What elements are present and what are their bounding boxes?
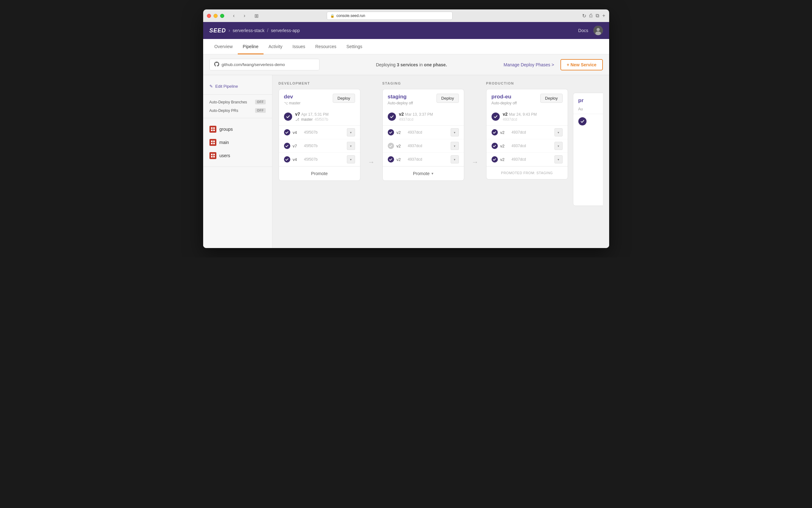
env-card-production: prod-eu Auto-deploy off Deploy <box>486 89 568 179</box>
svg-point-2 <box>595 32 601 35</box>
env-card-staging: staging Auto-deploy off Deploy <box>382 89 464 181</box>
breadcrumb-sep-1: › <box>229 28 230 33</box>
svc-hash-staging-0: 4937dcd <box>408 130 448 134</box>
svc-hash-prod-0: 4937dcd <box>512 130 552 134</box>
breadcrumb-org[interactable]: serverless-stack <box>233 28 265 33</box>
build-check-dev <box>284 113 292 121</box>
breadcrumb-repo[interactable]: serverless-app <box>271 28 300 33</box>
stage-partial-container: pr Au <box>573 81 603 242</box>
stage-development-header: DEVELOPMENT <box>279 81 360 85</box>
svc-check-staging-2 <box>388 156 394 163</box>
svc-dropdown-staging-1[interactable]: ▾ <box>451 142 459 150</box>
arrow-staging-production: → <box>469 81 481 242</box>
svc-hash-dev-2: 45f507b <box>304 157 344 162</box>
service-label-users: users <box>219 153 230 158</box>
add-tab-button[interactable]: + <box>602 13 605 18</box>
svc-dropdown-prod-2[interactable]: ▾ <box>555 155 563 164</box>
svc-row-dev-2: v4 45f507b ▾ <box>279 153 360 166</box>
docs-link[interactable]: Docs <box>578 28 588 33</box>
svc-hash-dev-1: 45f507b <box>304 144 344 148</box>
svc-row-prod-1: v2 4937dcd ▾ <box>487 139 568 153</box>
tab-overview[interactable]: Overview <box>209 39 238 54</box>
env-dev-name[interactable]: dev <box>284 94 301 100</box>
lock-icon: 🔒 <box>330 14 335 18</box>
svc-row-prod-0: v2 4937dcd ▾ <box>487 126 568 139</box>
env-production-name[interactable]: prod-eu <box>492 94 517 100</box>
share-button[interactable]: ⎙ <box>590 13 593 18</box>
svc-dropdown-dev-2[interactable]: ▾ <box>347 155 355 164</box>
env-staging-name[interactable]: staging <box>388 94 413 100</box>
tab-nav: Overview Pipeline Activity Issues Resour… <box>203 39 609 54</box>
svc-dropdown-prod-1[interactable]: ▾ <box>555 142 563 150</box>
repo-url: github.com/fwang/serverless-demo <box>222 62 285 67</box>
browser-titlebar: ‹ › ⊞ 🔒 console.seed.run ↻ ⎙ ⧉ + <box>203 9 609 22</box>
svc-version-staging-1: v2 <box>397 144 405 149</box>
sidebar: ✎ Edit Pipeline Auto-Deploy Branches OFF… <box>203 75 272 248</box>
deploy-phase: one phase. <box>424 62 447 67</box>
address-bar[interactable]: 🔒 console.seed.run <box>327 12 452 20</box>
deploy-dev-button[interactable]: Deploy <box>333 94 355 103</box>
env-staging-header: staging Auto-deploy off Deploy <box>383 89 464 109</box>
svc-check-dev-2 <box>284 156 290 163</box>
svc-version-dev-0: v4 <box>293 130 301 135</box>
stage-production: PRODUCTION prod-eu Auto-deploy off Deplo… <box>486 81 568 242</box>
env-dev-footer[interactable]: Promote <box>279 166 360 180</box>
edit-pipeline-label: Edit Pipeline <box>215 84 238 89</box>
pencil-icon: ✎ <box>209 84 213 89</box>
avatar[interactable] <box>594 26 603 35</box>
env-dev-build: v7 Apr 17, 5:31 PM ⎇ master 45f507b <box>279 109 360 126</box>
deploy-production-button[interactable]: Deploy <box>540 94 562 103</box>
svc-row-staging-0: v2 4937dcd ▾ <box>383 126 464 139</box>
close-button[interactable] <box>207 14 211 18</box>
svc-dropdown-staging-2[interactable]: ▾ <box>451 155 459 164</box>
auto-deploy-prs-label: Auto-Deploy PRs <box>209 109 238 113</box>
deploy-staging-button[interactable]: Deploy <box>437 94 458 103</box>
build-meta-production: 4937dcd <box>503 117 537 122</box>
stage-production-header: PRODUCTION <box>486 81 568 85</box>
service-label-main: main <box>219 140 229 145</box>
stage-development-title: DEVELOPMENT <box>279 81 310 85</box>
stage-development: DEVELOPMENT dev ⌥ master Deploy <box>279 81 360 242</box>
tab-pipeline[interactable]: Pipeline <box>238 39 263 54</box>
svc-dropdown-dev-1[interactable]: ▾ <box>347 142 355 150</box>
service-item-groups[interactable]: groups <box>203 123 272 136</box>
svc-version-prod-2: v2 <box>500 157 509 162</box>
repo-link[interactable]: github.com/fwang/serverless-demo <box>209 59 320 71</box>
auto-deploy-branches-badge: OFF <box>255 100 266 104</box>
svc-hash-prod-1: 4937dcd <box>512 144 552 148</box>
tab-overview-button[interactable]: ⊞ <box>252 12 261 20</box>
svc-row-dev-0: v4 45f507b ▾ <box>279 126 360 139</box>
service-item-main[interactable]: main <box>203 136 272 149</box>
maximize-button[interactable] <box>220 14 224 18</box>
svc-dropdown-prod-0[interactable]: ▾ <box>555 128 563 136</box>
env-staging-footer[interactable]: Promote ▾ <box>383 166 464 180</box>
env-staging-build: v2 Mar 13, 3:37 PM 4937dcd <box>383 109 464 126</box>
svc-row-prod-2: v2 4937dcd ▾ <box>487 153 568 166</box>
svc-check-staging-0 <box>388 129 394 135</box>
env-dev-header: dev ⌥ master Deploy <box>279 89 360 109</box>
window-button[interactable]: ⧉ <box>596 13 599 18</box>
forward-button[interactable]: › <box>241 12 249 20</box>
svc-dropdown-staging-0[interactable]: ▾ <box>451 128 459 136</box>
edit-pipeline-button[interactable]: ✎ Edit Pipeline <box>203 81 272 91</box>
env-dev-subtitle: ⌥ master <box>284 101 301 105</box>
service-item-users[interactable]: users <box>203 149 272 162</box>
arrow-dev-staging: → <box>365 81 377 242</box>
promote-staging-label: Promote <box>413 171 430 176</box>
tab-issues[interactable]: Issues <box>287 39 310 54</box>
manage-phases-link[interactable]: Manage Deploy Phases > <box>503 62 554 67</box>
env-staging-subtitle: Auto-deploy off <box>388 101 413 105</box>
tab-resources[interactable]: Resources <box>311 39 341 54</box>
build-info-staging: v2 Mar 13, 3:37 PM 4937dcd <box>399 112 433 122</box>
reload-button[interactable]: ↻ <box>582 13 586 19</box>
tab-activity[interactable]: Activity <box>263 39 287 54</box>
env-production-header: prod-eu Auto-deploy off Deploy <box>487 89 568 109</box>
build-meta-dev: ⎇ master 45f507b <box>295 117 329 122</box>
back-button[interactable]: ‹ <box>230 12 238 20</box>
minimize-button[interactable] <box>213 14 218 18</box>
svc-dropdown-dev-0[interactable]: ▾ <box>347 128 355 136</box>
svc-check-dev-1 <box>284 143 290 149</box>
tab-settings[interactable]: Settings <box>341 39 367 54</box>
stage-staging-header: STAGING <box>382 81 464 85</box>
new-service-button[interactable]: + New Service <box>560 59 603 71</box>
